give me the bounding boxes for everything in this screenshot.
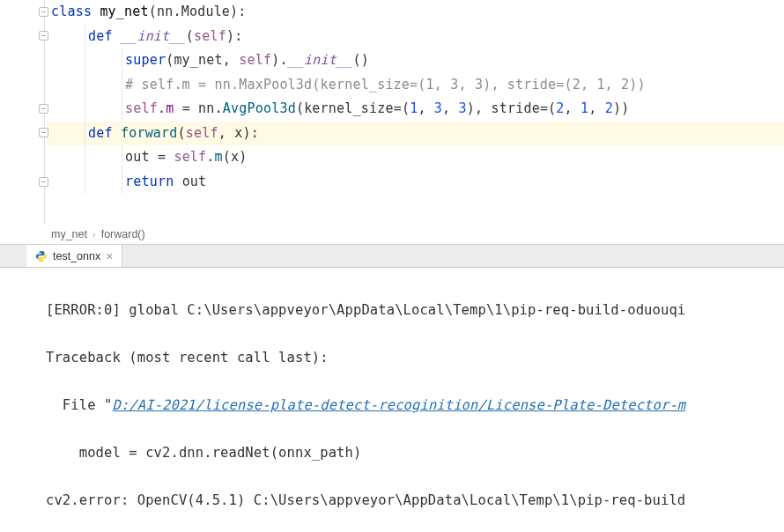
console-line: model = cv2.dnn.readNet(onnx_path) — [46, 441, 784, 465]
code-line[interactable]: def forward(self, x): — [48, 122, 784, 146]
gutter — [0, 0, 46, 224]
code-line[interactable]: out = self.m(x) — [48, 145, 784, 170]
console-line: [ERROR:0] global C:\Users\appveyor\AppDa… — [46, 299, 784, 322]
run-console[interactable]: [ERROR:0] global C:\Users\appveyor\AppDa… — [0, 268, 784, 532]
code-line[interactable]: return out — [48, 170, 784, 195]
chevron-right-icon: › — [92, 224, 96, 245]
console-line: cv2.error: OpenCV(4.5.1) C:\Users\appvey… — [46, 489, 784, 513]
console-tab-bar: test_onnx × — [0, 245, 784, 268]
console-line: File "D:/AI-2021/license-plate-detect-re… — [46, 394, 784, 417]
tab-test-onnx[interactable]: test_onnx × — [26, 245, 122, 267]
close-icon[interactable]: × — [106, 249, 113, 263]
breadcrumb-item[interactable]: forward() — [101, 224, 145, 245]
code-line[interactable]: self.m = nn.AvgPool3d(kernel_size=(1, 3,… — [48, 97, 784, 122]
breadcrumb-item[interactable]: my_net — [51, 224, 87, 245]
code-editor[interactable]: class my_net(nn.Module): def __init__(se… — [0, 0, 784, 224]
python-file-icon — [35, 250, 48, 262]
code-line[interactable]: def __init__(self): — [48, 25, 784, 49]
file-link[interactable]: D:/AI-2021/license-plate-detect-recogini… — [112, 397, 685, 413]
console-line: Traceback (most recent call last): — [46, 346, 784, 370]
code-line[interactable]: class my_net(nn.Module): — [48, 0, 784, 25]
code-line[interactable]: # self.m = nn.MaxPool3d(kernel_size=(1, … — [48, 73, 784, 98]
code-line[interactable]: super(my_net, self).__init__() — [48, 48, 784, 73]
tab-label: test_onnx — [53, 250, 100, 262]
breadcrumb[interactable]: my_net › forward() — [0, 224, 784, 245]
code-area[interactable]: class my_net(nn.Module): def __init__(se… — [48, 0, 784, 194]
